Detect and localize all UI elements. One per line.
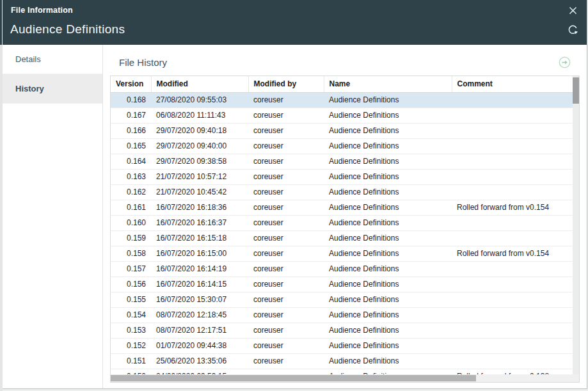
dialog-subtitle: Audience Definitions [10,22,125,36]
cell-version: 0.156 [111,276,151,292]
cell-comment [452,338,575,353]
sidebar-item-details[interactable]: Details [3,45,102,74]
cell-modified-by: coreuser [248,353,324,369]
cell-comment [452,154,575,169]
cell-version: 0.151 [111,353,151,369]
cell-name: Audience Definitions [324,92,452,108]
column-header-name: Name [324,76,452,92]
table-row[interactable]: 0.153 08/07/2020 12:17:51 coreuser Audie… [111,323,575,338]
cell-modified-by: coreuser [248,138,324,154]
cell-modified: 16/07/2020 16:15:18 [151,230,248,246]
cell-version: 0.160 [111,215,151,230]
section-title: File History [119,57,167,68]
cell-comment: Rolled forward from v0.154 [452,246,575,261]
column-header-modified-by: Modified by [248,76,324,92]
cell-modified-by: coreuser [248,92,324,108]
cell-modified: 08/07/2020 12:17:51 [151,323,248,338]
horizontal-scrollbar[interactable] [111,374,579,382]
cell-comment [452,353,575,369]
cell-comment [452,123,575,138]
column-header-version: Version [111,76,151,92]
cell-name: Audience Definitions [324,169,452,184]
cell-name: Audience Definitions [324,108,452,123]
cell-comment [452,92,575,108]
table-header-row: Version Modified Modified by Name Commen… [111,76,575,92]
cell-modified-by: coreuser [248,292,324,307]
cell-modified: 29/07/2020 09:38:58 [151,154,248,169]
cell-modified-by: coreuser [248,276,324,292]
column-header-comment: Comment [452,76,575,92]
cell-modified: 16/07/2020 16:16:37 [151,215,248,230]
cell-name: Audience Definitions [324,138,452,154]
cell-comment [452,230,575,246]
table-row[interactable]: 0.151 25/06/2020 13:35:06 coreuser Audie… [111,353,575,369]
cell-modified: 29/07/2020 09:40:18 [151,123,248,138]
table-row[interactable]: 0.165 29/07/2020 09:40:00 coreuser Audie… [111,138,575,154]
cell-modified-by: coreuser [248,123,324,138]
cell-modified-by: coreuser [248,261,324,276]
table-row[interactable]: 0.168 27/08/2020 09:55:03 coreuser Audie… [111,92,575,108]
table-row[interactable]: 0.167 06/08/2020 11:11:43 coreuser Audie… [111,108,575,123]
table-row[interactable]: 0.160 16/07/2020 16:16:37 coreuser Audie… [111,215,575,230]
cell-version: 0.167 [111,108,151,123]
content-area: File History Version [103,45,587,388]
cell-modified: 21/07/2020 10:57:12 [151,169,248,184]
refresh-icon[interactable] [566,23,579,36]
table-row[interactable]: 0.155 16/07/2020 15:30:07 coreuser Audie… [111,292,575,307]
table-row[interactable]: 0.162 21/07/2020 10:45:42 coreuser Audie… [111,184,575,200]
cell-comment: Rolled forward from v0.154 [452,200,575,215]
table-row[interactable]: 0.159 16/07/2020 16:15:18 coreuser Audie… [111,230,575,246]
cell-modified: 16/07/2020 16:14:19 [151,261,248,276]
cell-name: Audience Definitions [324,292,452,307]
cell-version: 0.152 [111,338,151,353]
cell-modified-by: coreuser [248,230,324,246]
cell-modified-by: coreuser [248,338,324,353]
cell-comment [452,108,575,123]
table-row[interactable]: 0.164 29/07/2020 09:38:58 coreuser Audie… [111,154,575,169]
table-row[interactable]: 0.154 08/07/2020 12:18:45 coreuser Audie… [111,307,575,323]
close-icon[interactable] [568,5,578,15]
cell-name: Audience Definitions [324,323,452,338]
cell-name: Audience Definitions [324,353,452,369]
cell-name: Audience Definitions [324,246,452,261]
cell-version: 0.159 [111,230,151,246]
dialog-title: File Information [11,6,73,15]
cell-modified-by: coreuser [248,246,324,261]
cell-name: Audience Definitions [324,184,452,200]
table-row[interactable]: 0.156 16/07/2020 16:14:15 coreuser Audie… [111,276,575,292]
cell-version: 0.163 [111,169,151,184]
horizontal-scrollbar-thumb[interactable] [111,375,476,381]
cell-version: 0.154 [111,307,151,323]
cell-version: 0.161 [111,200,151,215]
column-header-modified: Modified [151,76,248,92]
cell-comment [452,307,575,323]
cell-version: 0.157 [111,261,151,276]
cell-comment [452,215,575,230]
cell-version: 0.162 [111,184,151,200]
cell-comment [452,184,575,200]
cell-comment [452,292,575,307]
table-row[interactable]: 0.152 01/07/2020 09:44:38 coreuser Audie… [111,338,575,353]
dialog-header: File Information Audience Definitions [3,0,587,45]
vertical-scrollbar-thumb[interactable] [573,77,579,104]
sidebar: Details History [3,45,103,388]
cell-name: Audience Definitions [324,215,452,230]
circle-arrow-right-icon[interactable] [559,56,571,68]
table-row[interactable]: 0.161 16/07/2020 16:18:36 coreuser Audie… [111,200,575,215]
cell-version: 0.158 [111,246,151,261]
table-row[interactable]: 0.163 21/07/2020 10:57:12 coreuser Audie… [111,169,575,184]
table-row[interactable]: 0.166 29/07/2020 09:40:18 coreuser Audie… [111,123,575,138]
cell-version: 0.155 [111,292,151,307]
cell-modified-by: coreuser [248,200,324,215]
table-row[interactable]: 0.157 16/07/2020 16:14:19 coreuser Audie… [111,261,575,276]
vertical-scrollbar[interactable] [573,76,579,374]
history-table: Version Modified Modified by Name Commen… [111,76,575,383]
cell-name: Audience Definitions [324,123,452,138]
sidebar-item-label: Details [15,54,41,64]
cell-name: Audience Definitions [324,154,452,169]
cell-modified-by: coreuser [248,184,324,200]
cell-modified: 21/07/2020 10:45:42 [151,184,248,200]
table-row[interactable]: 0.158 16/07/2020 16:15:00 coreuser Audie… [111,246,575,261]
history-table-body: 0.168 27/08/2020 09:55:03 coreuser Audie… [111,92,575,383]
sidebar-item-history[interactable]: History [3,74,102,104]
